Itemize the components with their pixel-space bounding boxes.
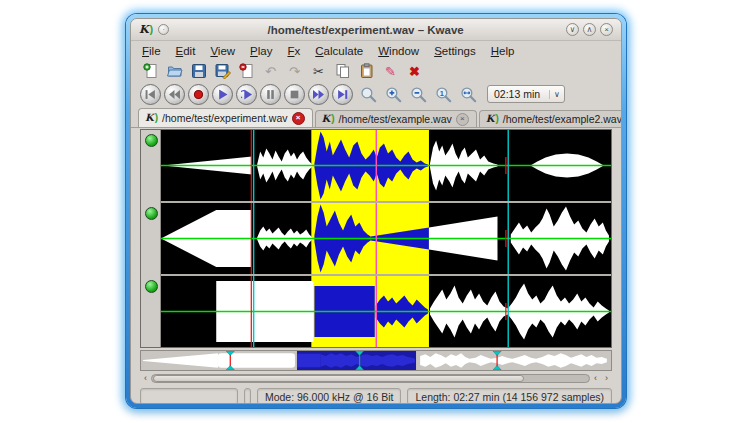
tab-experiment-wav[interactable]: K) /home/test/experiment.wav × <box>138 108 313 127</box>
tab-label: /home/test/example2.wav <box>503 113 622 125</box>
menu-view[interactable]: View <box>210 45 235 57</box>
menu-settings[interactable]: Settings <box>434 45 476 57</box>
titlebar: K) · /home/test/experiment.wav – Kwave ∨… <box>131 19 621 41</box>
seek-end-button[interactable] <box>332 84 353 105</box>
zoom-all-button[interactable] <box>458 84 478 105</box>
zoom-100-icon: 1 <box>435 86 452 103</box>
kwave-tab-icon: K) <box>145 113 158 123</box>
zoom-in-button[interactable] <box>383 84 403 105</box>
waveform-track-3[interactable] <box>161 276 611 347</box>
menu-edit[interactable]: Edit <box>176 45 196 57</box>
delete-icon[interactable]: ✖ <box>406 63 423 80</box>
menubar: File Edit View Play Fx Calculate Window … <box>131 41 621 61</box>
minimize-button[interactable]: ∨ <box>566 23 579 36</box>
floppy-pencil-glyph <box>215 63 231 79</box>
overview-svg <box>141 351 611 370</box>
waveform-track-1[interactable] <box>161 130 611 201</box>
maximize-button[interactable]: ∧ <box>583 23 596 36</box>
copy-pages-glyph <box>335 63 351 79</box>
play-button[interactable] <box>212 84 233 105</box>
status-separator-field <box>244 388 251 404</box>
zoom-time-combobox[interactable]: 02:13 min ∨ <box>487 85 565 103</box>
tab-example-wav[interactable]: K) /home/test/example.wav × <box>315 110 477 127</box>
menu-file[interactable]: File <box>142 45 161 57</box>
rewind-button[interactable] <box>164 84 185 105</box>
scroll-left-icon[interactable]: ‹ <box>140 373 151 384</box>
kwave-tab-icon: K) <box>322 114 335 124</box>
zoom-out-button[interactable] <box>408 84 428 105</box>
loop-play-button[interactable] <box>236 84 257 105</box>
chevron-down-icon: ∨ <box>549 90 564 99</box>
screenshot-canvas: K) · /home/test/experiment.wav – Kwave ∨… <box>0 0 752 423</box>
status-message-field <box>140 388 238 404</box>
track2-led-button[interactable] <box>145 207 158 220</box>
zoom-selection-button[interactable] <box>358 84 378 105</box>
scroll-right-icon[interactable]: › <box>601 373 612 384</box>
menu-fx[interactable]: Fx <box>287 45 300 57</box>
erase-icon[interactable]: ✎ <box>382 63 399 80</box>
redo-icon[interactable]: ↷ <box>286 63 303 80</box>
file-toolbar: ↶ ↷ ✂ ✎ ✖ <box>131 61 621 81</box>
stop-icon <box>289 89 300 100</box>
file-save-as-icon[interactable] <box>214 63 231 80</box>
tabbar: K) /home/test/experiment.wav × K) /home/… <box>131 107 621 128</box>
floppy-glyph <box>191 63 207 79</box>
record-icon <box>193 89 204 100</box>
zoom-all-icon <box>460 86 477 103</box>
window-body: K) · /home/test/experiment.wav – Kwave ∨… <box>130 18 622 404</box>
open-folder-glyph <box>167 63 183 79</box>
pause-button[interactable] <box>260 84 281 105</box>
tab-close-icon[interactable]: × <box>456 113 469 126</box>
menu-calculate[interactable]: Calculate <box>315 45 363 57</box>
status-length: Length: 02:27 min (14 156 972 samples) <box>407 388 612 404</box>
file-save-icon[interactable] <box>190 63 207 80</box>
scrollbar-track[interactable] <box>151 374 590 383</box>
zoom-time-value: 02:13 min <box>488 88 549 100</box>
menu-play[interactable]: Play <box>250 45 272 57</box>
copy-icon[interactable] <box>334 63 351 80</box>
scroll-left2-icon[interactable]: ‹ <box>590 373 601 384</box>
menu-window[interactable]: Window <box>378 45 419 57</box>
menu-help[interactable]: Help <box>491 45 515 57</box>
seek-start-button[interactable] <box>140 84 161 105</box>
file-new-icon[interactable] <box>142 63 159 80</box>
record-button[interactable] <box>188 84 209 105</box>
waveform-svg <box>161 203 611 274</box>
loop-play-icon <box>241 89 252 100</box>
track3-led-button[interactable] <box>145 280 158 293</box>
scrollbar-thumb[interactable] <box>153 375 524 382</box>
close-button[interactable]: × <box>600 23 613 36</box>
cut-icon[interactable]: ✂ <box>310 63 327 80</box>
new-file-glyph <box>143 63 159 79</box>
forward-button[interactable] <box>308 84 329 105</box>
zoom-selection-icon <box>360 86 377 103</box>
svg-text:1: 1 <box>439 88 443 97</box>
paste-icon[interactable] <box>358 63 375 80</box>
tab-close-icon[interactable]: × <box>292 112 305 125</box>
play-icon <box>217 89 228 100</box>
tab-label: /home/test/experiment.wav <box>162 112 287 124</box>
tab-example2-wav[interactable]: K) /home/test/example2.wav × <box>479 110 622 127</box>
track1-led-button[interactable] <box>145 134 158 147</box>
file-close-icon[interactable] <box>238 63 255 80</box>
transport-toolbar: 1 02:13 min ∨ <box>131 81 621 107</box>
kwave-tab-icon: K) <box>486 114 499 124</box>
kwave-app-icon[interactable]: K) <box>139 24 153 35</box>
signal-overview[interactable] <box>140 350 612 371</box>
undo-icon[interactable]: ↶ <box>262 63 279 80</box>
clipboard-glyph <box>359 63 375 79</box>
seek-end-icon <box>337 89 348 100</box>
horizontal-scrollbar: ‹ ‹ › <box>140 373 612 384</box>
close-file-glyph <box>239 63 255 79</box>
zoom-100-button[interactable]: 1 <box>433 84 453 105</box>
stop-button[interactable] <box>284 84 305 105</box>
titlebar-menu-icon[interactable]: · <box>158 24 169 35</box>
waveform-track-2[interactable] <box>161 203 611 274</box>
signal-area <box>140 129 612 348</box>
track-led-column <box>141 130 161 347</box>
status-mode: Mode: 96.000 kHz @ 16 Bit <box>257 388 402 404</box>
file-open-icon[interactable] <box>166 63 183 80</box>
zoom-in-icon <box>385 86 402 103</box>
waveform-svg <box>161 276 611 347</box>
forward-icon <box>313 89 324 100</box>
